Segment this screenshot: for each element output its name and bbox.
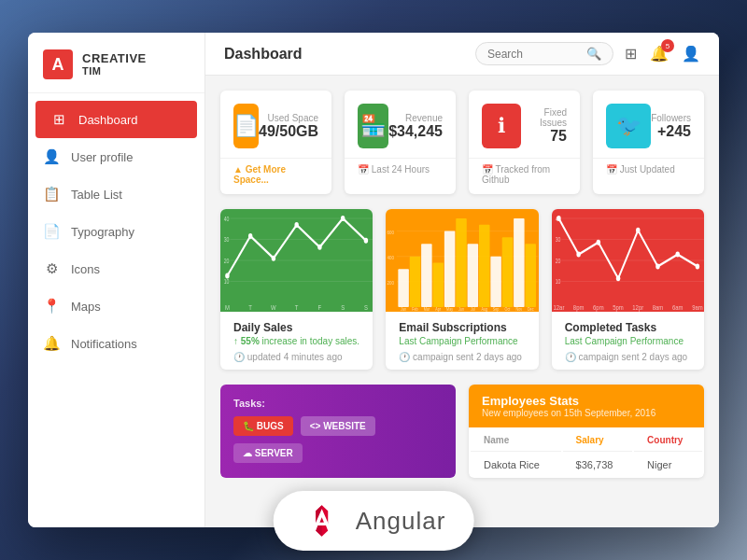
sidebar-item-user-profile[interactable]: 👤User profile <box>28 138 204 175</box>
stat-card-top: 🐦 Followers +245 <box>593 91 704 158</box>
svg-text:10: 10 <box>555 278 560 286</box>
svg-text:F: F <box>318 303 322 311</box>
logo-text-main: CREATIVE <box>82 52 147 65</box>
sidebar-item-notifications[interactable]: 🔔Notifications <box>28 325 204 362</box>
svg-text:12pr: 12pr <box>632 303 643 312</box>
svg-text:40: 40 <box>555 215 560 222</box>
svg-text:200: 200 <box>388 279 394 286</box>
angular-overlay: Angular <box>274 491 474 551</box>
svg-text:20: 20 <box>555 257 560 264</box>
stat-value-used-space: 49/50GB <box>259 123 318 140</box>
svg-text:600: 600 <box>388 229 394 235</box>
sidebar-item-typography[interactable]: 📄Typography <box>28 213 204 250</box>
svg-text:Oct: Oct <box>505 306 511 312</box>
charts-row: MTWTFSS 10203040 Daily Sales ↑ 55% incre… <box>220 209 704 370</box>
stat-label-used-space: Used Space <box>259 113 318 123</box>
svg-point-2 <box>272 256 275 261</box>
svg-rect-52 <box>526 244 537 307</box>
chart-area-email-subscriptions: 200400600800 Jan Feb Mar Apr May Jun Jul <box>386 209 538 312</box>
svg-text:Sep: Sep <box>493 306 500 312</box>
chart-info-completed-tasks: Completed Tasks Last Campaign Performanc… <box>552 312 704 370</box>
svg-text:400: 400 <box>388 254 394 260</box>
sidebar-item-table-list[interactable]: 📋Table List <box>28 175 204 213</box>
svg-rect-32 <box>410 257 421 307</box>
notification-badge: 5 <box>661 39 674 52</box>
stat-note: 📅 Tracked from Github <box>482 164 550 185</box>
svg-text:Aug: Aug <box>482 306 488 312</box>
sidebar-nav: ⊞Dashboard👤User profile📋Table List📄Typog… <box>28 93 204 527</box>
employees-card: Employees Stats New employees on 15th Se… <box>469 385 704 478</box>
stat-icon-used-space: 📄 <box>233 104 259 148</box>
stat-note: 📅 Just Updated <box>606 164 675 175</box>
svg-text:800: 800 <box>388 209 394 210</box>
nav-label-user-profile: User profile <box>71 150 133 164</box>
stat-icon-followers: 🐦 <box>606 104 651 148</box>
task-btn-server[interactable]: ☁ SERVER <box>233 443 303 463</box>
task-btn-bugs[interactable]: 🐛 BUGS <box>233 416 293 436</box>
angular-logo-icon <box>302 500 343 541</box>
svg-text:Jul: Jul <box>471 306 475 312</box>
nav-icon-typography: 📄 <box>43 223 60 240</box>
stat-card-fixed-issues: ℹ Fixed Issues 75 📅 Tracked from Github <box>469 91 580 194</box>
bottom-row: Tasks: 🐛 BUGS<> WEBSITE☁ SERVER Employee… <box>220 385 704 478</box>
nav-icon-notifications: 🔔 <box>43 335 60 352</box>
search-input[interactable] <box>487 48 581 61</box>
svg-rect-40 <box>457 218 468 307</box>
stat-cards: 📄 Used Space 49/50GB ▲ Get More Space...… <box>220 91 704 194</box>
nav-icon-maps: 📍 <box>43 298 60 315</box>
svg-rect-46 <box>491 257 502 307</box>
sidebar-item-maps[interactable]: 📍Maps <box>28 287 204 325</box>
employees-header-sub: New employees on 15th September, 2016 <box>482 408 691 418</box>
svg-rect-36 <box>433 263 444 308</box>
svg-rect-50 <box>514 218 525 307</box>
svg-text:30: 30 <box>555 236 560 244</box>
logo-text-sub: TIM <box>82 65 147 77</box>
task-btn-website[interactable]: <> WEBSITE <box>301 416 375 436</box>
chart-card-email-subscriptions: 200400600800 Jan Feb Mar Apr May Jun Jul <box>386 209 538 370</box>
nav-label-table-list: Table List <box>71 188 122 202</box>
stat-value-revenue: $34,245 <box>388 123 443 140</box>
svg-text:Apr: Apr <box>436 306 442 312</box>
stat-card-bottom-revenue: 📅 Last 24 Hours <box>345 158 456 184</box>
svg-text:T: T <box>295 303 299 311</box>
chart-footer-daily-sales: 🕐 updated 4 minutes ago <box>233 352 359 362</box>
svg-rect-38 <box>444 231 456 307</box>
chart-title-completed-tasks: Completed Tasks <box>565 321 691 334</box>
svg-text:20: 20 <box>224 257 230 264</box>
bell-icon[interactable]: 🔔 5 <box>650 45 669 63</box>
svg-text:Nov: Nov <box>516 306 523 312</box>
stat-card-top: 🏪 Revenue $34,245 <box>345 91 456 158</box>
sidebar-item-dashboard[interactable]: ⊞Dashboard <box>35 101 197 138</box>
svg-text:6am: 6am <box>672 303 684 311</box>
grid-icon[interactable]: ⊞ <box>625 45 637 63</box>
employee-salary: $36,738 <box>563 454 632 476</box>
stat-card-bottom-followers: 📅 Just Updated <box>593 158 704 184</box>
svg-text:May: May <box>446 306 454 312</box>
table-row: Dakota Rice $36,738 Niger <box>471 454 702 476</box>
sidebar-item-icons[interactable]: ⚙Icons <box>28 250 204 287</box>
stat-icon-revenue: 🏪 <box>358 104 388 148</box>
chart-card-daily-sales: MTWTFSS 10203040 Daily Sales ↑ 55% incre… <box>220 209 373 370</box>
stat-icon-fixed-issues: ℹ <box>482 104 521 148</box>
nav-label-dashboard: Dashboard <box>78 113 138 127</box>
col-country: Country <box>634 429 702 452</box>
sidebar-logo: A CREATIVE TIM <box>28 33 204 93</box>
svg-text:T: T <box>248 303 252 311</box>
search-box[interactable]: 🔍 <box>475 42 613 65</box>
employees-header: Employees Stats New employees on 15th Se… <box>469 385 704 427</box>
stat-card-bottom-fixed-issues: 📅 Tracked from Github <box>469 158 580 194</box>
col-salary: Salary <box>563 429 632 452</box>
svg-point-6 <box>364 238 368 244</box>
svg-text:10: 10 <box>224 278 230 286</box>
stat-card-followers: 🐦 Followers +245 📅 Just Updated <box>593 91 704 194</box>
svg-point-60 <box>675 252 679 258</box>
user-icon[interactable]: 👤 <box>682 45 700 63</box>
stat-card-revenue: 🏪 Revenue $34,245 📅 Last 24 Hours <box>345 91 456 194</box>
logo-icon: A <box>43 49 73 79</box>
stat-link[interactable]: ▲ Get More Space... <box>233 164 286 185</box>
svg-text:8am: 8am <box>652 303 663 311</box>
chart-footer-email-subscriptions: 🕐 campaign sent 2 days ago <box>399 352 525 362</box>
sidebar: A CREATIVE TIM ⊞Dashboard👤User profile📋T… <box>28 33 205 527</box>
chart-footer-completed-tasks: 🕐 campaign sent 2 days ago <box>565 352 691 362</box>
task-buttons: 🐛 BUGS<> WEBSITE☁ SERVER <box>233 416 443 463</box>
